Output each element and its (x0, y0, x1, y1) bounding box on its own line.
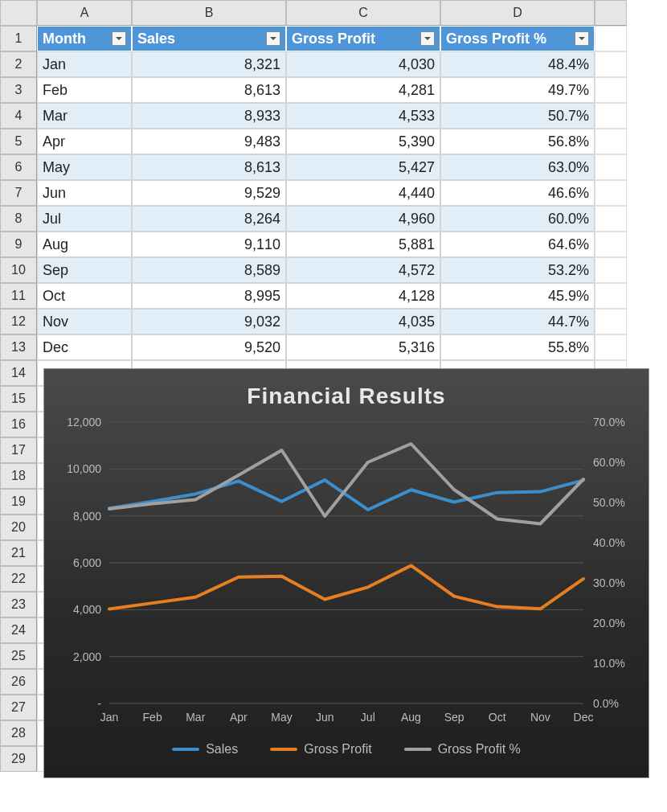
row-header[interactable]: 19 (0, 489, 37, 515)
table-header-month[interactable]: Month (37, 26, 132, 51)
row-header[interactable]: 13 (0, 334, 37, 360)
cell-gross-profit[interactable]: 4,128 (286, 283, 440, 309)
svg-text:May: May (271, 711, 292, 724)
cell-gross-profit-pct[interactable]: 49.7% (440, 77, 595, 103)
cell-gross-profit-pct[interactable]: 63.0% (440, 154, 595, 180)
row-header[interactable]: 27 (0, 695, 37, 720)
table-header-gross-profit[interactable]: Gross Profit (286, 26, 440, 51)
svg-text:Jan: Jan (100, 711, 119, 724)
svg-text:Sep: Sep (444, 711, 464, 724)
row-header[interactable]: 12 (0, 309, 37, 334)
cell-sales[interactable]: 8,933 (132, 103, 286, 129)
cell-month[interactable]: Aug (37, 232, 132, 257)
row-header[interactable]: 23 (0, 592, 37, 617)
cell-sales[interactable]: 8,613 (132, 77, 286, 103)
cell-month[interactable]: Dec (37, 334, 132, 360)
cell-sales[interactable]: 9,529 (132, 180, 286, 206)
cell-gross-profit-pct[interactable]: 56.8% (440, 129, 595, 154)
cell-gross-profit[interactable]: 4,281 (286, 77, 440, 103)
cell-gross-profit[interactable]: 5,390 (286, 129, 440, 154)
row-header[interactable]: 16 (0, 412, 37, 437)
cell-month[interactable]: Oct (37, 283, 132, 309)
cell-gross-profit-pct[interactable]: 55.8% (440, 334, 595, 360)
column-header-A[interactable]: A (37, 0, 132, 26)
row-header[interactable]: 6 (0, 154, 37, 180)
row-header[interactable]: 29 (0, 746, 37, 772)
cell-sales[interactable]: 8,589 (132, 257, 286, 283)
row-header[interactable]: 11 (0, 283, 37, 309)
cell-gross-profit-pct[interactable]: 46.6% (440, 180, 595, 206)
table-header-sales[interactable]: Sales (132, 26, 286, 51)
chart-legend: Sales Gross Profit Gross Profit % (44, 736, 649, 766)
cell-month[interactable]: Mar (37, 103, 132, 129)
row-header[interactable]: 20 (0, 515, 37, 540)
row-header[interactable]: 21 (0, 540, 37, 566)
cell-sales[interactable]: 9,110 (132, 232, 286, 257)
row-header[interactable]: 14 (0, 360, 37, 386)
chart-container[interactable]: Financial Results -2,0004,0006,0008,0001… (43, 368, 649, 778)
legend-item-gross-profit: Gross Profit (270, 742, 371, 757)
filter-dropdown-icon[interactable] (266, 31, 280, 46)
cell-month[interactable]: Sep (37, 257, 132, 283)
row-header[interactable]: 22 (0, 566, 37, 592)
row-header[interactable]: 7 (0, 180, 37, 206)
row-header[interactable]: 24 (0, 617, 37, 643)
cell-gross-profit[interactable]: 4,533 (286, 103, 440, 129)
cell-gross-profit-pct[interactable]: 45.9% (440, 283, 595, 309)
row-header[interactable]: 18 (0, 463, 37, 489)
cell-month[interactable]: Jan (37, 51, 132, 77)
cell-month[interactable]: May (37, 154, 132, 180)
cell-gross-profit[interactable]: 4,572 (286, 257, 440, 283)
cell-sales[interactable]: 9,483 (132, 129, 286, 154)
filter-dropdown-icon[interactable] (112, 31, 126, 46)
cell-sales[interactable]: 8,995 (132, 283, 286, 309)
cell-sales[interactable]: 9,520 (132, 334, 286, 360)
cell-month[interactable]: Feb (37, 77, 132, 103)
legend-item-gross-profit-pct: Gross Profit % (404, 742, 521, 757)
cell-month[interactable]: Jul (37, 206, 132, 232)
row-header[interactable]: 26 (0, 669, 37, 695)
cell-gross-profit[interactable]: 5,316 (286, 334, 440, 360)
svg-text:Mar: Mar (186, 711, 205, 724)
row-header[interactable]: 28 (0, 720, 37, 746)
row-header[interactable]: 10 (0, 257, 37, 283)
row-header[interactable]: 9 (0, 232, 37, 257)
cell-gross-profit-pct[interactable]: 53.2% (440, 257, 595, 283)
svg-text:50.0%: 50.0% (593, 496, 625, 509)
cell-gross-profit[interactable]: 5,881 (286, 232, 440, 257)
row-header[interactable]: 15 (0, 386, 37, 412)
cell-gross-profit-pct[interactable]: 44.7% (440, 309, 595, 334)
svg-text:Jun: Jun (316, 711, 334, 724)
column-header-C[interactable]: C (286, 0, 440, 26)
cell-gross-profit[interactable]: 4,035 (286, 309, 440, 334)
cell-gross-profit-pct[interactable]: 64.6% (440, 232, 595, 257)
row-header[interactable]: 4 (0, 103, 37, 129)
cell-gross-profit[interactable]: 4,030 (286, 51, 440, 77)
filter-dropdown-icon[interactable] (575, 31, 589, 46)
row-header[interactable]: 3 (0, 77, 37, 103)
legend-label: Sales (206, 742, 238, 757)
filter-dropdown-icon[interactable] (420, 31, 435, 46)
cell-month[interactable]: Nov (37, 309, 132, 334)
cell-gross-profit[interactable]: 4,440 (286, 180, 440, 206)
cell-month[interactable]: Apr (37, 129, 132, 154)
cell-gross-profit[interactable]: 4,960 (286, 206, 440, 232)
row-header[interactable]: 2 (0, 51, 37, 77)
row-header[interactable]: 8 (0, 206, 37, 232)
cell-sales[interactable]: 8,264 (132, 206, 286, 232)
row-header[interactable]: 1 (0, 26, 37, 51)
row-header[interactable]: 5 (0, 129, 37, 154)
cell-gross-profit-pct[interactable]: 48.4% (440, 51, 595, 77)
column-header-D[interactable]: D (440, 0, 595, 26)
cell-sales[interactable]: 8,613 (132, 154, 286, 180)
cell-month[interactable]: Jun (37, 180, 132, 206)
cell-gross-profit[interactable]: 5,427 (286, 154, 440, 180)
cell-sales[interactable]: 9,032 (132, 309, 286, 334)
table-header-gross-profit-pct[interactable]: Gross Profit % (440, 26, 595, 51)
column-header-B[interactable]: B (132, 0, 286, 26)
row-header[interactable]: 17 (0, 437, 37, 463)
cell-gross-profit-pct[interactable]: 60.0% (440, 206, 595, 232)
cell-sales[interactable]: 8,321 (132, 51, 286, 77)
cell-gross-profit-pct[interactable]: 50.7% (440, 103, 595, 129)
row-header[interactable]: 25 (0, 643, 37, 669)
